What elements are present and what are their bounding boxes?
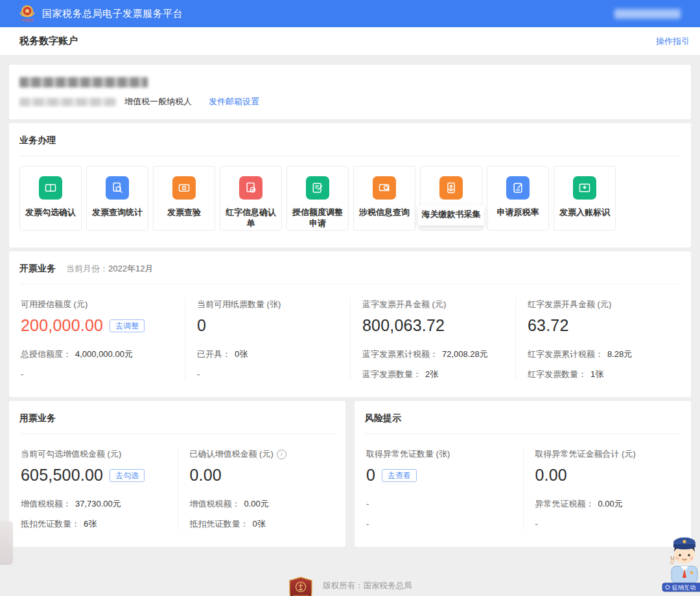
left-float-widget[interactable] bbox=[0, 521, 13, 565]
company-card: 增值税一般纳税人 发件邮箱设置 bbox=[9, 65, 691, 119]
month-label: 当前月份： bbox=[66, 264, 108, 273]
risk-alert-card: 风险提示 取得异常凭证数量 (张) 0 去查看 - - 取得异常凭证金额合计 (… bbox=[355, 401, 691, 547]
menu-item-apply-original-tax-rate[interactable]: 申请原税率 bbox=[487, 166, 549, 231]
abnormal-voucher-amount-value: 0.00 bbox=[535, 466, 567, 485]
menu-item-invoice-verify[interactable]: 发票查验 bbox=[153, 166, 215, 231]
taxpayer-type-label: 增值税一般纳税人 bbox=[124, 96, 192, 108]
ticket-verify-icon bbox=[172, 176, 196, 200]
menu-item-invoice-query-stats[interactable]: 发票查询统计 bbox=[86, 166, 148, 231]
menu-item-label: 授信额度调整申请 bbox=[287, 207, 348, 229]
user-account[interactable] bbox=[614, 9, 681, 19]
menu-item-label: 涉税信息查询 bbox=[356, 207, 413, 218]
stat-line: 增值税税额：0.00元 bbox=[190, 498, 331, 510]
stat-line: 增值税税额：37,730.00元 bbox=[21, 498, 172, 510]
available-credit-value: 200,000.00 bbox=[21, 316, 103, 335]
footer-text: 版权所有：国家税务总局 服务电话：12366 bbox=[323, 578, 412, 596]
doc-search-icon bbox=[106, 176, 129, 200]
tax-authority-badge-icon: 税务机关 bbox=[288, 577, 314, 596]
stat-title: 红字发票开具金额 (元) bbox=[528, 299, 675, 310]
stat-title: 蓝字发票开具金额 (元) bbox=[362, 299, 510, 310]
menu-item-invoice-check-confirm[interactable]: 发票勾选确认 bbox=[19, 166, 82, 231]
abnormal-voucher-amount-column: 取得异常凭证金额合计 (元) 0.00 异常凭证税额：0.00元 - bbox=[523, 447, 681, 530]
tax-digital-account-page: 中国税务 国家税务总局电子发票服务平台 税务数字账户 操作指引 增值税一般纳税人… bbox=[0, 0, 700, 596]
hotline-line: 服务电话：12366 bbox=[323, 593, 412, 596]
customs-payment-collect-icon bbox=[439, 176, 463, 200]
menu-item-red-letter-confirm[interactable]: 红字信息确认单 bbox=[220, 166, 282, 231]
page-footer: 税务机关 版权所有：国家税务总局 服务电话：12366 bbox=[9, 577, 691, 596]
checkable-vat-column: 当前可勾选增值税金额 (元) 605,500.00 去勾选 增值税税额：37,7… bbox=[19, 447, 178, 530]
stat-line: - bbox=[21, 369, 180, 380]
stat-line: 蓝字发票累计税额：72,008.28元 bbox=[362, 349, 510, 360]
confirmed-vat-column: 已确认增值税金额 (元) 0.00 增值税税额：0.00元 抵扣凭证数量：0张 bbox=[178, 447, 336, 530]
menu-item-label: 发票查验 bbox=[164, 207, 204, 218]
business-menu-title: 业务办理 bbox=[19, 135, 681, 146]
stat-line: 红字发票数量：1张 bbox=[528, 369, 675, 380]
stat-title: 当前可用纸票数量 (张) bbox=[197, 299, 345, 310]
operation-guide-link[interactable]: 操作指引 bbox=[656, 36, 690, 47]
invoice-usage-card: 用票业务 当前可勾选增值税金额 (元) 605,500.00 去勾选 增值税税额… bbox=[9, 401, 345, 547]
red-invoice-amount-column: 红字发票开具金额 (元) 63.72 红字发票累计税额：8.28元 红字发票数量… bbox=[515, 297, 681, 380]
main-content: 增值税一般纳税人 发件邮箱设置 业务办理 发票勾选确认 bbox=[0, 56, 700, 596]
stat-line: 红字发票累计税额：8.28元 bbox=[528, 349, 675, 360]
risk-title: 风险提示 bbox=[365, 413, 681, 424]
menu-item-label: 海关缴款书采集 bbox=[418, 205, 484, 225]
stat-line: - bbox=[197, 369, 345, 380]
blue-invoice-amount-column: 蓝字发票开具金额 (元) 800,063.72 蓝字发票累计税额：72,008.… bbox=[350, 297, 515, 380]
paper-invoice-count-column: 当前可用纸票数量 (张) 0 已开具：0张 - bbox=[185, 297, 350, 380]
menu-item-tax-info-query[interactable]: 涉税信息查询 bbox=[353, 166, 415, 231]
abnormal-voucher-count-column: 取得异常凭证数量 (张) 0 去查看 - - bbox=[365, 447, 523, 530]
stat-line: 总授信额度：4,000,000.00元 bbox=[21, 349, 180, 360]
info-icon[interactable] bbox=[277, 450, 286, 459]
invoicing-title: 开票业务 bbox=[19, 263, 56, 275]
red-invoice-amount-value: 63.72 bbox=[528, 316, 569, 335]
blue-invoice-amount-value: 800,063.72 bbox=[362, 316, 445, 335]
tax-assistant-mascot[interactable]: 征纳互动 bbox=[661, 529, 700, 596]
menu-item-invoice-entry-mark[interactable]: 发票入账标识 bbox=[554, 166, 616, 231]
menu-item-customs-payment-collect[interactable]: 海关缴款书采集 bbox=[420, 166, 482, 231]
app-header: 中国税务 国家税务总局电子发票服务平台 bbox=[0, 0, 700, 27]
divider bbox=[365, 433, 681, 434]
divider bbox=[19, 284, 681, 284]
stat-line: 异常凭证税额：0.00元 bbox=[535, 498, 676, 510]
copyright-line: 版权所有：国家税务总局 bbox=[323, 578, 412, 593]
month-value: 2022年12月 bbox=[108, 264, 153, 273]
divider bbox=[19, 155, 681, 156]
stat-line: - bbox=[366, 498, 518, 510]
stat-line: - bbox=[535, 518, 676, 530]
invoice-entry-mark-icon bbox=[573, 176, 596, 200]
go-check-button[interactable]: 去勾选 bbox=[110, 469, 145, 482]
stat-title: 当前可勾选增值税金额 (元) bbox=[21, 448, 172, 460]
stat-title: 可用授信额度 (元) bbox=[21, 299, 180, 310]
svg-text:中国税务: 中国税务 bbox=[21, 18, 34, 23]
credit-adjust-icon bbox=[306, 176, 329, 200]
confirmed-vat-value: 0.00 bbox=[190, 466, 222, 485]
adjust-credit-button[interactable]: 去调整 bbox=[110, 319, 145, 332]
paper-invoice-count-value: 0 bbox=[197, 316, 206, 335]
business-menu-card: 业务办理 发票勾选确认 发票查询统计 bbox=[9, 123, 691, 247]
menu-item-label: 发票入账标识 bbox=[556, 207, 613, 218]
current-month: 当前月份：2022年12月 bbox=[66, 263, 153, 275]
divider bbox=[19, 433, 335, 434]
tax-info-search-icon bbox=[373, 176, 396, 200]
menu-item-credit-adjust-apply[interactable]: 授信额度调整申请 bbox=[286, 166, 349, 231]
sender-email-settings-link[interactable]: 发件邮箱设置 bbox=[209, 96, 259, 108]
stat-line: 抵扣凭证数量：0张 bbox=[190, 518, 331, 530]
usage-title: 用票业务 bbox=[19, 413, 335, 424]
checkable-vat-value: 605,500.00 bbox=[21, 466, 103, 485]
go-view-button[interactable]: 去查看 bbox=[382, 469, 417, 482]
stat-line: - bbox=[366, 518, 518, 530]
mascot-banner-text: 征纳互动 bbox=[671, 584, 695, 591]
invoicing-business-card: 开票业务 当前月份：2022年12月 可用授信额度 (元) 200,000.00… bbox=[9, 251, 691, 397]
company-name-redacted bbox=[19, 77, 148, 87]
china-tax-emblem-icon: 中国税务 bbox=[18, 4, 36, 23]
stat-line: 蓝字发票数量：2张 bbox=[362, 369, 510, 380]
stat-title: 取得异常凭证金额合计 (元) bbox=[535, 448, 676, 460]
business-menu-row: 发票勾选确认 发票查询统计 发票查验 bbox=[19, 166, 681, 231]
app-title: 国家税务总局电子发票服务平台 bbox=[42, 8, 183, 20]
red-doc-confirm-icon bbox=[239, 176, 262, 200]
stat-title: 已确认增值税金额 (元) bbox=[190, 448, 331, 460]
ticket-check-icon bbox=[39, 176, 62, 200]
menu-item-label: 申请原税率 bbox=[494, 207, 542, 218]
page-title: 税务数字账户 bbox=[19, 35, 78, 47]
menu-item-label: 发票勾选确认 bbox=[22, 207, 79, 218]
